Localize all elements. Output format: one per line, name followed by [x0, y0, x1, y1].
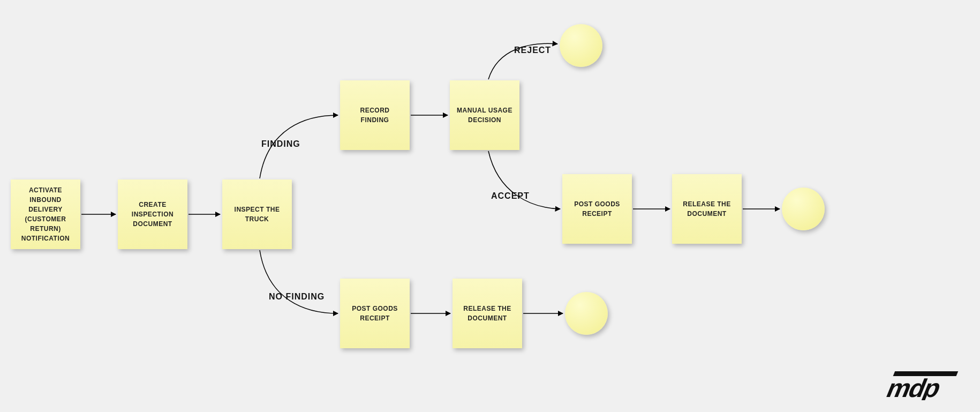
endpoint-reject — [560, 24, 602, 67]
node-post-goods-receipt-accept: POST GOODS RECEIPT — [562, 174, 632, 244]
label-accept: ACCEPT — [491, 191, 530, 201]
svg-text:mdp: mdp — [883, 374, 946, 400]
node-activate-inbound: ACTIVATE INBOUND DELIVERY (CUSTOMER RETU… — [11, 179, 80, 249]
endpoint-nofinding — [565, 292, 608, 335]
node-manual-usage-decision: MANUAL USAGE DECISION — [450, 80, 519, 150]
endpoint-accept — [782, 188, 825, 230]
logo-mdp: mdp — [873, 370, 964, 402]
label-reject: REJECT — [514, 46, 551, 55]
node-release-document-accept: RELEASE THE DOCUMENT — [672, 174, 742, 244]
label-no-finding: NO FINDING — [269, 292, 325, 302]
label-finding: FINDING — [261, 139, 300, 149]
node-record-finding: RECORD FINDING — [340, 80, 410, 150]
node-post-goods-receipt-nofinding: POST GOODS RECEIPT — [340, 279, 410, 348]
node-create-inspection: CREATE INSPECTION DOCUMENT — [118, 179, 187, 249]
node-inspect-truck: INSPECT THE TRUCK — [222, 179, 292, 249]
node-release-document-nofinding: RELEASE THE DOCUMENT — [453, 279, 522, 348]
